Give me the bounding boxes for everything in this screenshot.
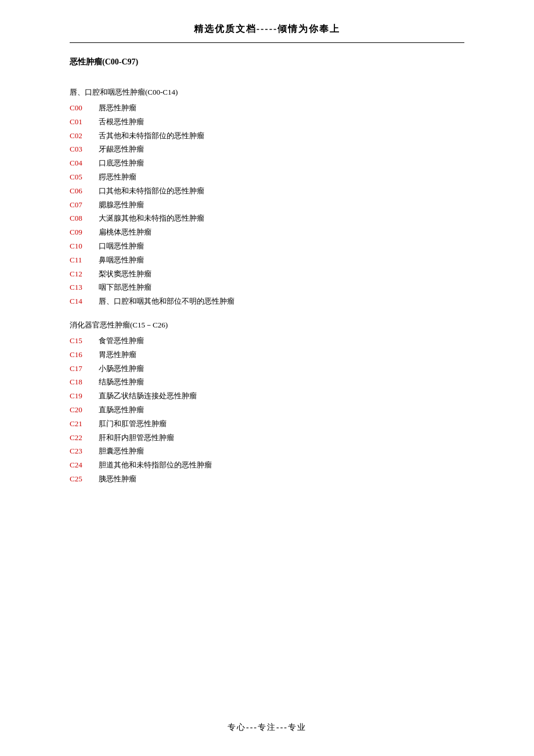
- icd-description: 小肠恶性肿瘤: [99, 363, 144, 375]
- list-item: C21肛门和肛管恶性肿瘤: [70, 418, 464, 430]
- sections-container: 唇、口腔和咽恶性肿瘤(C00-C14)C00唇恶性肿瘤C01舌根恶性肿瘤C02舌…: [70, 77, 464, 485]
- icd-code: C04: [70, 157, 99, 170]
- icd-description: 舌其他和未特指部位的恶性肿瘤: [99, 130, 204, 142]
- icd-code: C09: [70, 226, 99, 239]
- icd-code: C11: [70, 254, 99, 267]
- list-item: C13咽下部恶性肿瘤: [70, 282, 464, 294]
- icd-description: 胆囊恶性肿瘤: [99, 445, 144, 458]
- icd-code: C22: [70, 432, 99, 444]
- icd-description: 直肠乙状结肠连接处恶性肿瘤: [99, 390, 197, 402]
- icd-code: C16: [70, 349, 99, 361]
- icd-description: 唇、口腔和咽其他和部位不明的恶性肿瘤: [99, 296, 234, 308]
- icd-code: C15: [70, 335, 99, 347]
- page-header: 精选优质文档-----倾情为你奉上: [70, 23, 464, 43]
- icd-description: 口其他和未特指部位的恶性肿瘤: [99, 185, 204, 197]
- icd-description: 腮腺恶性肿瘤: [99, 199, 144, 211]
- icd-code: C06: [70, 185, 99, 197]
- icd-description: 口底恶性肿瘤: [99, 157, 144, 170]
- list-item: C06口其他和未特指部位的恶性肿瘤: [70, 185, 464, 197]
- list-item: C01舌根恶性肿瘤: [70, 116, 464, 128]
- icd-description: 鼻咽恶性肿瘤: [99, 254, 144, 267]
- icd-code: C17: [70, 363, 99, 375]
- subsection-header-lip-oral: 唇、口腔和咽恶性肿瘤(C00-C14): [70, 87, 464, 98]
- icd-description: 口咽恶性肿瘤: [99, 240, 144, 253]
- icd-description: 胃恶性肿瘤: [99, 349, 136, 361]
- icd-description: 舌根恶性肿瘤: [99, 116, 144, 128]
- icd-code: C25: [70, 473, 99, 485]
- list-item: C12梨状窦恶性肿瘤: [70, 268, 464, 280]
- icd-description: 食管恶性肿瘤: [99, 335, 144, 347]
- list-item: C19直肠乙状结肠连接处恶性肿瘤: [70, 390, 464, 402]
- list-item: C03牙龈恶性肿瘤: [70, 143, 464, 156]
- icd-code: C02: [70, 130, 99, 142]
- icd-description: 大涎腺其他和未特指的恶性肿瘤: [99, 213, 204, 225]
- icd-description: 结肠恶性肿瘤: [99, 376, 144, 388]
- list-item: C14唇、口腔和咽其他和部位不明的恶性肿瘤: [70, 296, 464, 308]
- icd-description: 直肠恶性肿瘤: [99, 404, 144, 416]
- icd-code: C21: [70, 418, 99, 430]
- list-item: C00唇恶性肿瘤: [70, 102, 464, 114]
- icd-description: 胰恶性肿瘤: [99, 473, 136, 485]
- icd-code: C18: [70, 376, 99, 388]
- list-item: C16胃恶性肿瘤: [70, 349, 464, 361]
- icd-code: C01: [70, 116, 99, 128]
- list-item: C07腮腺恶性肿瘤: [70, 199, 464, 211]
- icd-code: C12: [70, 268, 99, 280]
- icd-description: 肛门和肛管恶性肿瘤: [99, 418, 167, 430]
- list-item: C08大涎腺其他和未特指的恶性肿瘤: [70, 213, 464, 225]
- icd-code: C13: [70, 282, 99, 294]
- icd-description: 肝和肝内胆管恶性肿瘤: [99, 432, 174, 444]
- icd-description: 牙龈恶性肿瘤: [99, 143, 144, 156]
- icd-code: C07: [70, 199, 99, 211]
- header-title: 精选优质文档-----倾情为你奉上: [194, 24, 341, 34]
- subsection-header-digestive: 消化器官恶性肿瘤(C15－C26): [70, 320, 464, 330]
- icd-description: 梨状窦恶性肿瘤: [99, 268, 151, 280]
- page: 精选优质文档-----倾情为你奉上 恶性肿瘤(C00-C97) 唇、口腔和咽恶性…: [0, 0, 534, 756]
- icd-code: C05: [70, 171, 99, 183]
- list-item: C24胆道其他和未特指部位的恶性肿瘤: [70, 459, 464, 471]
- icd-code: C19: [70, 390, 99, 402]
- list-item: C20直肠恶性肿瘤: [70, 404, 464, 416]
- icd-code: C14: [70, 296, 99, 308]
- icd-description: 扁桃体恶性肿瘤: [99, 226, 151, 239]
- list-item: C23胆囊恶性肿瘤: [70, 445, 464, 458]
- icd-code: C23: [70, 445, 99, 458]
- icd-description: 胆道其他和未特指部位的恶性肿瘤: [99, 459, 212, 471]
- icd-description: 唇恶性肿瘤: [99, 102, 136, 114]
- list-item: C22肝和肝内胆管恶性肿瘤: [70, 432, 464, 444]
- list-item: C02舌其他和未特指部位的恶性肿瘤: [70, 130, 464, 142]
- icd-code: C08: [70, 213, 99, 225]
- main-title: 恶性肿瘤(C00-C97): [70, 57, 464, 67]
- footer: 专心---专注---专业: [0, 722, 534, 733]
- icd-code: C20: [70, 404, 99, 416]
- list-item: C18结肠恶性肿瘤: [70, 376, 464, 388]
- list-item: C04口底恶性肿瘤: [70, 157, 464, 170]
- icd-code: C10: [70, 240, 99, 253]
- list-item: C25胰恶性肿瘤: [70, 473, 464, 485]
- icd-description: 腭恶性肿瘤: [99, 171, 136, 183]
- list-item: C17小肠恶性肿瘤: [70, 363, 464, 375]
- icd-code: C00: [70, 102, 99, 114]
- icd-code: C24: [70, 459, 99, 471]
- icd-code: C03: [70, 143, 99, 156]
- list-item: C09扁桃体恶性肿瘤: [70, 226, 464, 239]
- icd-description: 咽下部恶性肿瘤: [99, 282, 151, 294]
- list-item: C11鼻咽恶性肿瘤: [70, 254, 464, 267]
- list-item: C15食管恶性肿瘤: [70, 335, 464, 347]
- list-item: C10口咽恶性肿瘤: [70, 240, 464, 253]
- list-item: C05腭恶性肿瘤: [70, 171, 464, 183]
